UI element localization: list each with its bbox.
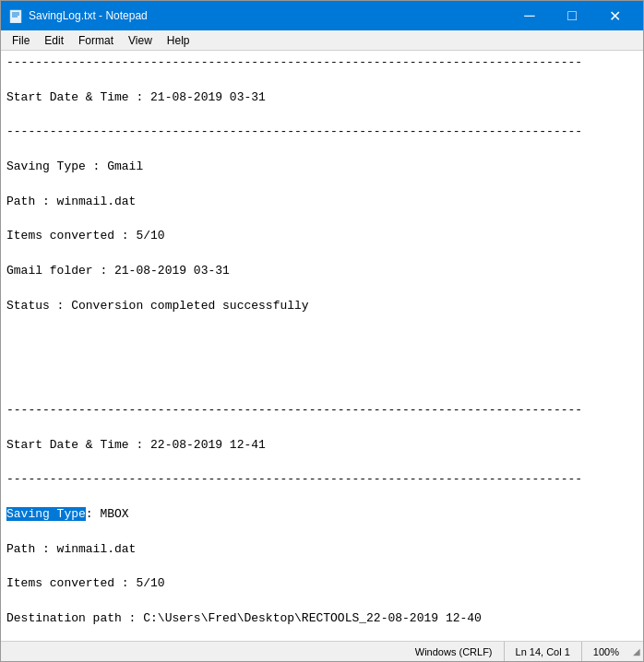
menu-edit[interactable]: Edit bbox=[37, 31, 71, 50]
line-13: ----------------------------------------… bbox=[6, 472, 582, 486]
menu-bar: File Edit Format View Help bbox=[1, 30, 643, 51]
menu-view[interactable]: View bbox=[121, 31, 160, 50]
line-7: Gmail folder : 21-08-2019 03-31 bbox=[6, 264, 230, 278]
zoom-status: 100% bbox=[581, 642, 630, 661]
line-3: ----------------------------------------… bbox=[6, 124, 582, 138]
highlighted-text: Saving Type bbox=[6, 507, 86, 521]
saving-type-suffix: : MBOX bbox=[86, 507, 129, 521]
line-16: Items converted : 5/10 bbox=[6, 576, 165, 590]
menu-format[interactable]: Format bbox=[71, 31, 121, 50]
line-6: Items converted : 5/10 bbox=[6, 229, 165, 242]
menu-file[interactable]: File bbox=[5, 31, 37, 50]
line-14: Saving Type: MBOX bbox=[6, 507, 129, 521]
line-17: Destination path : C:\Users\Fred\Desktop… bbox=[6, 611, 482, 625]
line-ending-label: Windows (CRLF) bbox=[415, 646, 493, 657]
status-bar: Windows (CRLF) Ln 14, Col 1 100% ◢ bbox=[1, 641, 643, 661]
window-title: SavingLog.txt - Notepad bbox=[29, 9, 508, 22]
close-button[interactable]: ✕ bbox=[593, 1, 636, 30]
line-15: Path : winmail.dat bbox=[6, 542, 136, 556]
line-11: ----------------------------------------… bbox=[6, 403, 582, 417]
line-12: Start Date & Time : 22-08-2019 12-41 bbox=[6, 438, 266, 452]
title-bar: SavingLog.txt - Notepad ─ □ ✕ bbox=[1, 1, 643, 30]
notepad-window: SavingLog.txt - Notepad ─ □ ✕ File Edit … bbox=[0, 0, 644, 662]
line-ending-status: Windows (CRLF) bbox=[404, 642, 504, 661]
resize-handle[interactable]: ◢ bbox=[630, 645, 643, 658]
maximize-button[interactable]: □ bbox=[551, 1, 593, 30]
line-5: Path : winmail.dat bbox=[6, 195, 136, 208]
line-1: ----------------------------------------… bbox=[6, 55, 582, 69]
cursor-position-status: Ln 14, Col 1 bbox=[504, 642, 581, 661]
text-editor[interactable]: ----------------------------------------… bbox=[1, 51, 643, 641]
app-icon bbox=[8, 8, 23, 23]
line-4: Saving Type : Gmail bbox=[6, 160, 143, 173]
menu-help[interactable]: Help bbox=[160, 31, 197, 50]
line-2: Start Date & Time : 21-08-2019 03-31 bbox=[6, 90, 266, 104]
cursor-position-label: Ln 14, Col 1 bbox=[516, 646, 570, 657]
minimize-button[interactable]: ─ bbox=[508, 1, 551, 30]
window-controls: ─ □ ✕ bbox=[508, 1, 636, 30]
zoom-label: 100% bbox=[593, 646, 619, 657]
line-8: Status : Conversion completed successful… bbox=[6, 299, 309, 313]
